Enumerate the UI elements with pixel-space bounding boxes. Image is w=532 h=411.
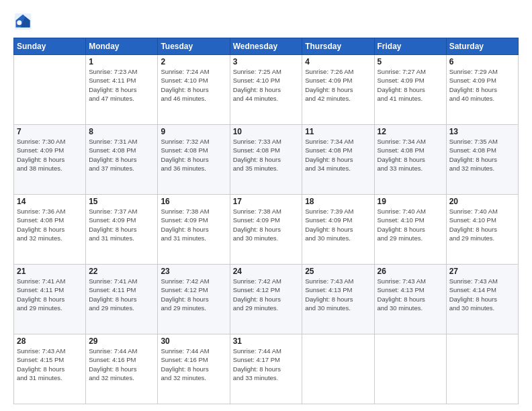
day-number: 6 [449, 57, 515, 66]
day-info: Sunrise: 7:27 AM Sunset: 4:09 PM Dayligh… [378, 67, 443, 103]
day-info: Sunrise: 7:30 AM Sunset: 4:09 PM Dayligh… [17, 137, 83, 173]
day-info: Sunrise: 7:38 AM Sunset: 4:09 PM Dayligh… [161, 207, 226, 242]
calendar-cell: 21Sunrise: 7:41 AM Sunset: 4:11 PM Dayli… [14, 265, 86, 334]
day-number: 21 [17, 267, 83, 276]
calendar-cell: 29Sunrise: 7:44 AM Sunset: 4:16 PM Dayli… [86, 334, 158, 404]
day-info: Sunrise: 7:40 AM Sunset: 4:10 PM Dayligh… [449, 207, 515, 242]
calendar-table: SundayMondayTuesdayWednesdayThursdayFrid… [13, 38, 519, 404]
calendar-cell: 15Sunrise: 7:37 AM Sunset: 4:09 PM Dayli… [86, 195, 158, 265]
day-number: 31 [233, 336, 300, 346]
day-number: 26 [378, 267, 443, 276]
calendar-cell: 6Sunrise: 7:29 AM Sunset: 4:09 PM Daylig… [446, 55, 518, 125]
calendar-cell: 30Sunrise: 7:44 AM Sunset: 4:16 PM Dayli… [158, 334, 230, 404]
day-number: 15 [89, 197, 154, 206]
calendar-cell: 27Sunrise: 7:43 AM Sunset: 4:14 PM Dayli… [446, 265, 518, 334]
calendar-cell: 13Sunrise: 7:35 AM Sunset: 4:08 PM Dayli… [446, 125, 518, 195]
day-number: 29 [89, 336, 154, 346]
weekday-header: Wednesday [230, 38, 302, 55]
day-info: Sunrise: 7:42 AM Sunset: 4:12 PM Dayligh… [233, 277, 300, 312]
day-number: 18 [305, 197, 371, 206]
calendar-cell: 9Sunrise: 7:32 AM Sunset: 4:08 PM Daylig… [158, 125, 230, 195]
day-info: Sunrise: 7:29 AM Sunset: 4:09 PM Dayligh… [449, 67, 515, 103]
day-number: 8 [89, 127, 154, 136]
day-info: Sunrise: 7:32 AM Sunset: 4:08 PM Dayligh… [161, 137, 226, 173]
calendar-cell: 28Sunrise: 7:43 AM Sunset: 4:15 PM Dayli… [14, 334, 86, 404]
day-number: 2 [161, 57, 226, 66]
day-info: Sunrise: 7:44 AM Sunset: 4:16 PM Dayligh… [89, 347, 154, 382]
day-info: Sunrise: 7:25 AM Sunset: 4:10 PM Dayligh… [233, 67, 300, 103]
day-info: Sunrise: 7:41 AM Sunset: 4:11 PM Dayligh… [89, 277, 154, 312]
day-info: Sunrise: 7:44 AM Sunset: 4:16 PM Dayligh… [161, 347, 226, 382]
day-info: Sunrise: 7:43 AM Sunset: 4:14 PM Dayligh… [449, 277, 515, 312]
page: SundayMondayTuesdayWednesdayThursdayFrid… [0, 0, 532, 411]
calendar-week-row: 21Sunrise: 7:41 AM Sunset: 4:11 PM Dayli… [14, 265, 519, 334]
day-number: 22 [89, 267, 154, 276]
day-info: Sunrise: 7:33 AM Sunset: 4:08 PM Dayligh… [233, 137, 300, 173]
svg-point-3 [17, 20, 21, 25]
day-info: Sunrise: 7:23 AM Sunset: 4:11 PM Dayligh… [89, 67, 154, 103]
calendar-week-row: 1Sunrise: 7:23 AM Sunset: 4:11 PM Daylig… [14, 55, 519, 125]
day-number: 25 [305, 267, 371, 276]
day-info: Sunrise: 7:44 AM Sunset: 4:17 PM Dayligh… [233, 347, 300, 382]
calendar-week-row: 7Sunrise: 7:30 AM Sunset: 4:09 PM Daylig… [14, 125, 519, 195]
header [13, 12, 519, 31]
day-number: 24 [233, 267, 300, 276]
weekday-header: Thursday [302, 38, 374, 55]
day-info: Sunrise: 7:31 AM Sunset: 4:08 PM Dayligh… [89, 137, 154, 173]
day-info: Sunrise: 7:35 AM Sunset: 4:08 PM Dayligh… [449, 137, 515, 173]
day-number: 4 [305, 57, 371, 66]
day-info: Sunrise: 7:43 AM Sunset: 4:13 PM Dayligh… [378, 277, 443, 312]
day-number: 11 [305, 127, 371, 136]
day-info: Sunrise: 7:36 AM Sunset: 4:08 PM Dayligh… [17, 207, 83, 242]
weekday-header: Sunday [14, 38, 86, 55]
weekday-header: Monday [86, 38, 158, 55]
day-info: Sunrise: 7:38 AM Sunset: 4:09 PM Dayligh… [233, 207, 300, 242]
calendar-cell: 25Sunrise: 7:43 AM Sunset: 4:13 PM Dayli… [302, 265, 374, 334]
day-number: 13 [449, 127, 515, 136]
calendar-cell: 19Sunrise: 7:40 AM Sunset: 4:10 PM Dayli… [374, 195, 446, 265]
day-number: 17 [233, 197, 300, 206]
day-number: 3 [233, 57, 300, 66]
day-info: Sunrise: 7:40 AM Sunset: 4:10 PM Dayligh… [378, 207, 443, 242]
calendar-cell: 18Sunrise: 7:39 AM Sunset: 4:09 PM Dayli… [302, 195, 374, 265]
weekday-header: Friday [374, 38, 446, 55]
day-info: Sunrise: 7:37 AM Sunset: 4:09 PM Dayligh… [89, 207, 154, 242]
calendar-cell [302, 334, 374, 404]
day-number: 9 [161, 127, 226, 136]
calendar-cell: 14Sunrise: 7:36 AM Sunset: 4:08 PM Dayli… [14, 195, 86, 265]
day-info: Sunrise: 7:39 AM Sunset: 4:09 PM Dayligh… [305, 207, 371, 242]
calendar-cell: 10Sunrise: 7:33 AM Sunset: 4:08 PM Dayli… [230, 125, 302, 195]
day-info: Sunrise: 7:34 AM Sunset: 4:08 PM Dayligh… [378, 137, 443, 173]
day-info: Sunrise: 7:43 AM Sunset: 4:13 PM Dayligh… [305, 277, 371, 312]
day-number: 23 [161, 267, 226, 276]
day-number: 10 [233, 127, 300, 136]
day-number: 7 [17, 127, 83, 136]
day-number: 14 [17, 197, 83, 206]
day-number: 12 [378, 127, 443, 136]
day-number: 20 [449, 197, 515, 206]
calendar-cell: 23Sunrise: 7:42 AM Sunset: 4:12 PM Dayli… [158, 265, 230, 334]
calendar-cell: 22Sunrise: 7:41 AM Sunset: 4:11 PM Dayli… [86, 265, 158, 334]
calendar-cell: 26Sunrise: 7:43 AM Sunset: 4:13 PM Dayli… [374, 265, 446, 334]
day-number: 16 [161, 197, 226, 206]
calendar-cell: 17Sunrise: 7:38 AM Sunset: 4:09 PM Dayli… [230, 195, 302, 265]
day-number: 19 [378, 197, 443, 206]
day-number: 30 [161, 336, 226, 346]
calendar-cell: 12Sunrise: 7:34 AM Sunset: 4:08 PM Dayli… [374, 125, 446, 195]
calendar-week-row: 28Sunrise: 7:43 AM Sunset: 4:15 PM Dayli… [14, 334, 519, 404]
calendar-cell [446, 334, 518, 404]
calendar-cell: 20Sunrise: 7:40 AM Sunset: 4:10 PM Dayli… [446, 195, 518, 265]
calendar-cell: 31Sunrise: 7:44 AM Sunset: 4:17 PM Dayli… [230, 334, 302, 404]
weekday-header: Saturday [446, 38, 518, 55]
day-number: 28 [17, 336, 83, 346]
day-number: 5 [378, 57, 443, 66]
day-info: Sunrise: 7:41 AM Sunset: 4:11 PM Dayligh… [17, 277, 83, 312]
calendar-cell [14, 55, 86, 125]
calendar-cell: 7Sunrise: 7:30 AM Sunset: 4:09 PM Daylig… [14, 125, 86, 195]
day-info: Sunrise: 7:24 AM Sunset: 4:10 PM Dayligh… [161, 67, 226, 103]
calendar-cell [374, 334, 446, 404]
calendar-cell: 4Sunrise: 7:26 AM Sunset: 4:09 PM Daylig… [302, 55, 374, 125]
calendar-cell: 3Sunrise: 7:25 AM Sunset: 4:10 PM Daylig… [230, 55, 302, 125]
calendar-cell: 8Sunrise: 7:31 AM Sunset: 4:08 PM Daylig… [86, 125, 158, 195]
logo-icon [13, 12, 32, 31]
